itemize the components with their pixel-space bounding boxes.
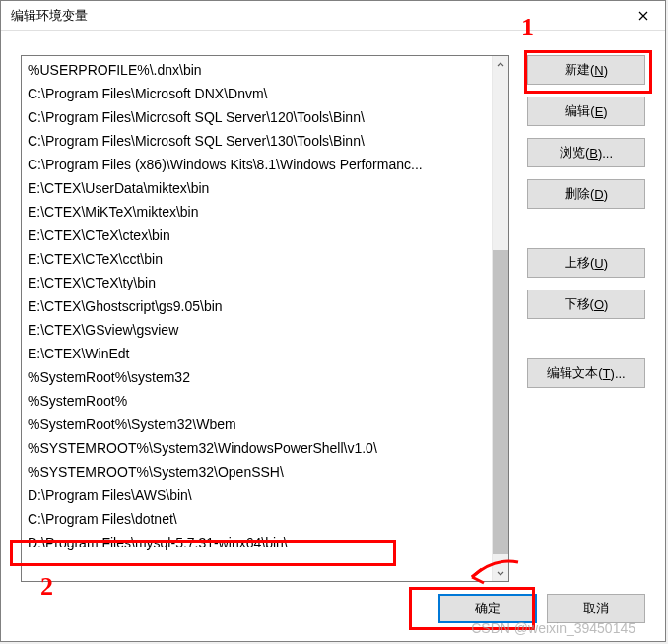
list-item[interactable]: E:\CTEX\CTeX\ty\bin [22,271,492,294]
scrollbar[interactable] [492,56,508,581]
new-button[interactable]: 新建(N) [527,55,645,85]
edittext-button[interactable]: 编辑文本(T)... [527,358,645,388]
titlebar: 编辑环境变量 [1,1,665,31]
side-buttons: 新建(N) 编辑(E) 浏览(B)... 删除(D) 上移(U) 下移(O) 编… [527,55,645,582]
list-item[interactable]: %SystemRoot% [22,389,492,413]
list-item[interactable]: D:\Program Files\mysql-5.7.31-winx64\bin… [22,531,492,554]
edit-button[interactable]: 编辑(E) [527,97,645,126]
list-item[interactable]: %SystemRoot%\system32 [22,365,492,389]
list-item[interactable]: %SYSTEMROOT%\System32\WindowsPowerShell\… [22,436,492,460]
list-item[interactable]: %SystemRoot%\System32\Wbem [22,413,492,436]
list-item[interactable]: E:\CTEX\CTeX\ctex\bin [22,224,492,247]
list-item[interactable]: E:\CTEX\GSview\gsview [22,318,492,342]
scroll-thumb[interactable] [493,250,508,554]
list-item[interactable]: E:\CTEX\WinEdt [22,342,492,365]
list-item[interactable]: C:\Program Files\Microsoft DNX\Dnvm\ [22,82,492,105]
list-item[interactable]: E:\CTEX\CTeX\cct\bin [22,247,492,271]
list-item[interactable]: %USERPROFILE%\.dnx\bin [22,58,492,82]
env-var-dialog: 编辑环境变量 %USERPROFILE%\.dnx\binC:\Program … [0,0,666,642]
dialog-title: 编辑环境变量 [11,7,88,25]
ok-button[interactable]: 确定 [438,594,537,623]
dialog-content: %USERPROFILE%\.dnx\binC:\Program Files\M… [21,55,645,582]
close-button[interactable] [621,1,665,31]
scroll-track[interactable] [493,73,508,564]
scroll-up-button[interactable] [493,56,508,73]
list-item[interactable]: D:\Program Files\AWS\bin\ [22,483,492,507]
list-item[interactable]: C:\Program Files\Microsoft SQL Server\13… [22,129,492,153]
list-item[interactable]: E:\CTEX\Ghostscript\gs9.05\bin [22,294,492,318]
list-item[interactable]: C:\Program Files\Microsoft SQL Server\12… [22,105,492,129]
browse-button[interactable]: 浏览(B)... [527,138,645,167]
list-item[interactable]: C:\Program Files\dotnet\ [22,507,492,531]
list-item[interactable]: C:\Program Files (x86)\Windows Kits\8.1\… [22,153,492,176]
list-item[interactable]: E:\CTEX\MiKTeX\miktex\bin [22,200,492,224]
cancel-button[interactable]: 取消 [547,594,645,623]
list-item[interactable]: %SYSTEMROOT%\System32\OpenSSH\ [22,460,492,483]
close-icon [638,11,648,21]
scroll-down-button[interactable] [493,564,508,581]
moveup-button[interactable]: 上移(U) [527,248,645,278]
list-item[interactable]: E:\CTEX\UserData\miktex\bin [22,176,492,200]
chevron-up-icon [497,61,504,69]
path-listbox[interactable]: %USERPROFILE%\.dnx\binC:\Program Files\M… [21,55,509,582]
bottom-buttons: 确定 取消 [438,594,645,623]
chevron-down-icon [497,569,504,577]
movedown-button[interactable]: 下移(O) [527,290,645,319]
delete-button[interactable]: 删除(D) [527,179,645,209]
path-list[interactable]: %USERPROFILE%\.dnx\binC:\Program Files\M… [22,56,492,581]
